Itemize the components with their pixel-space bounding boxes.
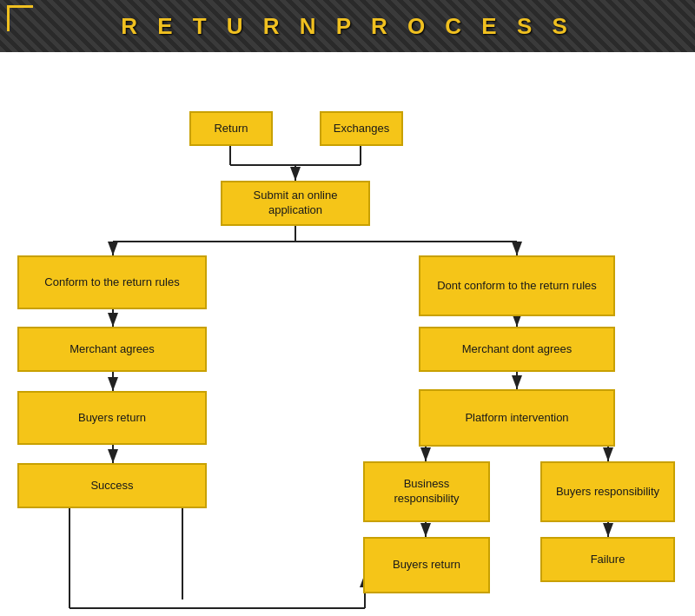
merchant-agrees-box: Merchant agrees [17,327,207,372]
exchanges-box: Exchanges [320,111,403,146]
buyers-resp-box: Buyers responsibility [540,461,675,522]
submit-box: Submit an online application [221,181,370,226]
dont-conform-box: Dont conform to the return rules [419,255,615,316]
diagram: Return Exchanges Submit an online applic… [0,52,695,616]
return-box: Return [189,111,273,146]
header-corner-decoration [7,5,33,31]
page-title: R E T U R N P R O C E S S [121,13,574,40]
merchant-dont-box: Merchant dont agrees [419,327,615,372]
header: R E T U R N P R O C E S S [0,0,695,52]
business-resp-box: Business responsibility [363,461,490,522]
platform-box: Platform intervention [419,389,615,447]
buyers-return-right-box: Buyers return [363,537,490,593]
success-box: Success [17,463,207,508]
conform-box: Conform to the return rules [17,255,207,309]
buyers-return-left-box: Buyers return [17,391,207,445]
failure-box: Failure [540,537,675,582]
